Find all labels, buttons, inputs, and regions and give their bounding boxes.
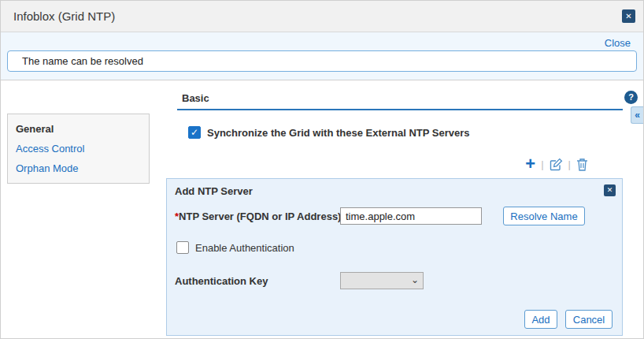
enable-auth-row: Enable Authentication <box>176 241 294 254</box>
tab-basic[interactable]: Basic <box>182 92 209 104</box>
close-link[interactable]: Close <box>605 37 631 49</box>
enable-auth-checkbox[interactable] <box>176 241 189 254</box>
panel-close-icon[interactable]: ✕ <box>604 184 616 196</box>
window-close-icon[interactable]: ✕ <box>622 9 635 23</box>
sidebar: General Access Control Orphan Mode <box>7 114 150 184</box>
help-icon[interactable]: ? <box>624 91 638 104</box>
chevron-down-icon: ⌄ <box>411 274 419 285</box>
auth-key-select[interactable]: ⌄ <box>340 272 424 289</box>
sync-row: ✓ Synchronize the Grid with these Extern… <box>188 126 470 139</box>
sidebar-item-orphan-mode[interactable]: Orphan Mode <box>8 158 149 178</box>
add-icon[interactable]: + <box>525 157 535 171</box>
sync-checkbox[interactable]: ✓ <box>188 126 201 139</box>
add-button[interactable]: Add <box>524 310 557 329</box>
header-strip: Close The name can be resolved <box>1 32 643 80</box>
add-ntp-server-panel: Add NTP Server ✕ *NTP Server (FQDN or IP… <box>166 178 623 336</box>
resolve-name-button[interactable]: Resolve Name <box>503 207 585 225</box>
ntp-server-label: *NTP Server (FQDN or IP Address) <box>175 210 341 222</box>
auth-key-label: Authentication Key <box>175 275 268 287</box>
sync-checkbox-label: Synchronize the Grid with these External… <box>207 127 470 139</box>
edit-icon[interactable] <box>550 158 563 171</box>
infoblox-dialog: Infoblox (Grid NTP) ✕ Close The name can… <box>0 0 644 339</box>
separator: | <box>568 158 571 170</box>
cancel-button[interactable]: Cancel <box>565 310 613 329</box>
title-bar: Infoblox (Grid NTP) ✕ <box>1 1 643 32</box>
collapse-icon[interactable]: « <box>631 106 643 124</box>
content-area: ? « Basic General Access Control Orphan … <box>1 80 643 338</box>
delete-icon[interactable] <box>576 158 588 171</box>
separator: | <box>541 158 543 170</box>
sidebar-item-general[interactable]: General <box>8 119 149 139</box>
ntp-server-input[interactable] <box>340 207 482 225</box>
enable-auth-label: Enable Authentication <box>195 242 294 254</box>
dialog-title: Infoblox (Grid NTP) <box>13 1 115 32</box>
status-message: The name can be resolved <box>7 50 637 72</box>
tab-underline <box>177 109 623 110</box>
panel-title: Add NTP Server <box>175 185 253 197</box>
ntp-server-actions: + | | <box>525 156 588 172</box>
sidebar-item-access-control[interactable]: Access Control <box>8 139 149 158</box>
